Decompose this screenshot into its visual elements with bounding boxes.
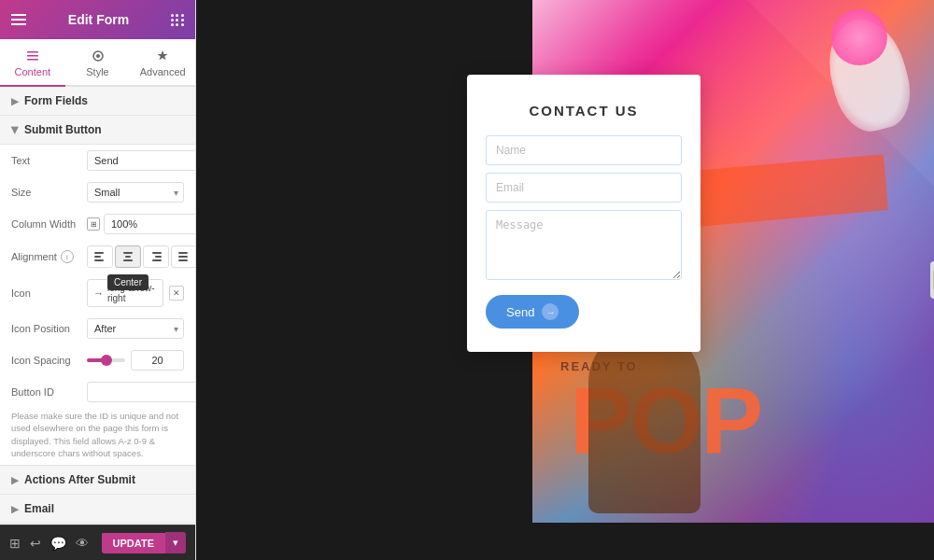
send-arrow-icon: →	[542, 303, 559, 320]
text-label: Text	[11, 155, 81, 166]
tab-advanced-label: Advanced	[140, 66, 186, 77]
icon-row: Icon → long-arrow-right ✕	[0, 273, 195, 313]
form-fields-label: Form Fields	[24, 94, 88, 107]
alignment-info-icon: i	[61, 250, 74, 263]
email-label: Email	[24, 502, 54, 515]
hamburger-icon[interactable]	[11, 14, 26, 25]
form-fields-section: ▶ Form Fields	[0, 87, 195, 116]
panel-tabs: Content Style Advanced	[0, 39, 195, 87]
chat-icon[interactable]: 💬	[50, 536, 66, 551]
button-id-input[interactable]	[87, 382, 195, 402]
bottom-bar: ⊞ ↩ 💬 👁 UPDATE ▾	[0, 525, 195, 560]
panel-header: Edit Form	[0, 0, 195, 39]
alignment-label: Alignment i	[11, 250, 81, 263]
actions-arrow: ▶	[11, 475, 19, 485]
size-select[interactable]: Small Medium Large	[87, 182, 184, 203]
button-id-note: Please make sure the ID is unique and no…	[0, 408, 195, 465]
button-id-label: Button ID	[11, 386, 81, 398]
text-input[interactable]	[87, 150, 195, 171]
main-area: POP READY TO CONTACT US Send →	[196, 0, 934, 560]
eye-icon[interactable]: 👁	[76, 536, 89, 551]
icon-position-select[interactable]: Before After	[87, 318, 184, 339]
align-center-btn[interactable]: Center	[115, 245, 141, 268]
tab-style-label: Style	[86, 66, 108, 77]
icon-position-label: Icon Position	[11, 323, 81, 334]
icon-position-select-wrap: Before After	[87, 318, 184, 339]
tab-content-label: Content	[15, 66, 51, 77]
icon-spacing-row: Icon Spacing	[0, 344, 195, 376]
column-width-row: Column Width ⊞ ▾	[0, 208, 195, 240]
size-select-wrap: Small Medium Large	[87, 182, 184, 203]
panel-content: ▶ Form Fields ▶ Submit Button Text Size …	[0, 87, 195, 525]
form-card-title: CONTACT US	[486, 103, 682, 119]
tab-content[interactable]: Content	[0, 39, 65, 87]
update-btn-label: UPDATE	[102, 533, 165, 553]
alignment-row: Alignment i	[0, 240, 195, 273]
form-fields-header[interactable]: ▶ Form Fields	[0, 87, 195, 115]
update-btn-arrow[interactable]: ▾	[165, 532, 186, 553]
panel-title: Edit Form	[68, 12, 129, 27]
message-textarea[interactable]	[486, 210, 682, 280]
icon-clear-btn[interactable]: ✕	[169, 286, 184, 301]
submit-button-label: Submit Button	[24, 123, 102, 136]
size-label: Size	[11, 187, 81, 198]
column-width-input[interactable]	[104, 214, 195, 234]
email-section: ▶ Email	[0, 495, 195, 524]
column-width-wrap: ⊞ ▾	[87, 214, 195, 234]
layers-icon[interactable]: ⊞	[9, 536, 21, 551]
name-input[interactable]	[486, 135, 682, 165]
dots-icon[interactable]	[171, 14, 184, 26]
submit-button-section: ▶ Submit Button Text Size Small Medium L…	[0, 116, 195, 466]
icon-position-row: Icon Position Before After	[0, 313, 195, 344]
icon-arrow: →	[93, 287, 104, 299]
dark-triangle	[196, 0, 364, 523]
svg-rect-0	[27, 51, 38, 53]
slider-thumb[interactable]	[101, 355, 112, 366]
align-left-btn[interactable]	[87, 245, 113, 268]
svg-rect-1	[27, 55, 38, 57]
text-row: Text	[0, 145, 195, 176]
email-arrow: ▶	[11, 504, 19, 514]
icon-spacing-slider[interactable]	[87, 350, 184, 371]
submit-button-header[interactable]: ▶ Submit Button	[0, 116, 195, 145]
bottom-icons: ⊞ ↩ 💬 👁	[9, 536, 89, 551]
submit-button-arrow: ▶	[10, 126, 21, 133]
email-input[interactable]	[486, 173, 682, 203]
button-id-row: Button ID	[0, 376, 195, 408]
svg-rect-2	[27, 59, 38, 61]
actions-section: ▶ Actions After Submit	[0, 466, 195, 495]
undo-icon[interactable]: ↩	[30, 536, 41, 551]
align-justify-btn[interactable]	[171, 245, 195, 268]
send-button[interactable]: Send →	[486, 295, 579, 329]
actions-header[interactable]: ▶ Actions After Submit	[0, 466, 195, 494]
update-button[interactable]: UPDATE ▾	[102, 532, 186, 553]
left-panel: Edit Form Content Style Advanced ▶ Form …	[0, 0, 196, 560]
actions-label: Actions After Submit	[24, 473, 135, 486]
form-fields-arrow: ▶	[11, 96, 19, 106]
size-row: Size Small Medium Large	[0, 176, 195, 208]
alignment-buttons: Center	[87, 245, 195, 268]
icon-spacing-value[interactable]	[131, 350, 184, 371]
align-right-btn[interactable]	[143, 245, 169, 268]
column-width-icon: ⊞	[87, 217, 100, 231]
icon-label: Icon	[11, 287, 81, 299]
slider-track	[87, 358, 125, 362]
svg-point-4	[96, 54, 100, 58]
column-width-label: Column Width	[11, 218, 81, 230]
icon-spacing-label: Icon Spacing	[11, 355, 81, 366]
send-button-label: Send	[506, 305, 534, 319]
center-tooltip: Center	[107, 274, 149, 290]
form-card: CONTACT US Send →	[467, 75, 700, 352]
tab-style[interactable]: Style	[65, 39, 131, 87]
email-header[interactable]: ▶ Email	[0, 495, 195, 523]
tab-advanced[interactable]: Advanced	[130, 39, 195, 87]
person-shape	[588, 327, 700, 513]
